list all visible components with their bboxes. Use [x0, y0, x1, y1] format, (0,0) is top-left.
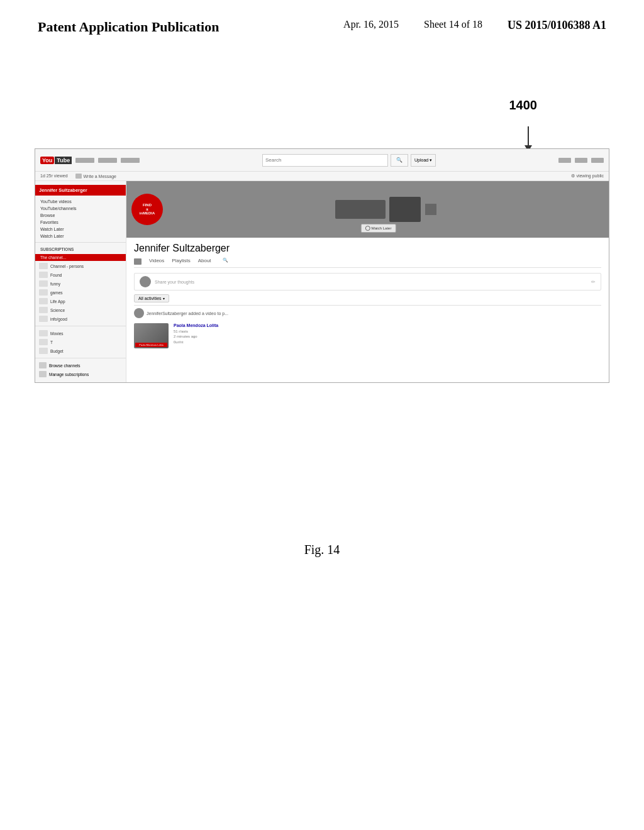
sidebar-sub-highlight-label: The channel... [40, 255, 66, 260]
topbar-right-bar-1 [558, 158, 571, 163]
sidebar-icon-info-good [39, 316, 48, 322]
youtube-main: FINDitinMEDIA Watch Later [126, 181, 609, 382]
sub-topbar-left: 1d 25r viewed Write a Message [40, 174, 116, 179]
activity-video-title[interactable]: Paola Mendoza Lolita [174, 323, 601, 328]
ref-number-1400: 1400 [509, 98, 538, 113]
figure-area: 1400 You Tube 🔍 Upload ▾ [0, 48, 644, 614]
patent-date: Apr. 16, 2015 [343, 19, 399, 32]
sidebar-manage-subs[interactable]: Manage subscriptions [35, 370, 126, 379]
views-count: 1d 25r viewed [40, 174, 68, 179]
upload-chevron: ▾ [430, 158, 432, 163]
banner-logo-text: FINDitinMEDIA [140, 203, 155, 216]
youtube-sidebar: Jennifer Sultzaberger YouTube videos You… [35, 181, 126, 382]
share-avatar [140, 276, 151, 287]
sub-topbar: 1d 25r viewed Write a Message ⚙ viewing … [35, 172, 609, 181]
sidebar-link-watch-later-2[interactable]: Watch Later [35, 233, 126, 240]
search-button[interactable]: 🔍 [391, 154, 408, 167]
sidebar-icon-channel-persons [39, 263, 48, 269]
profile-tabs: Videos Playlists About 🔍 [134, 258, 601, 268]
sidebar-icon-movies [39, 330, 48, 336]
sidebar-manage-icon [39, 371, 47, 377]
sidebar-science-label: Science [50, 308, 65, 313]
topbar-right-bar-3 [591, 158, 604, 163]
sidebar-browse-icon [39, 362, 47, 368]
thumbnail-badge: Paola Mendoza Lolita [135, 343, 167, 347]
sidebar-games-label: games [50, 290, 63, 295]
tab-playlists[interactable]: Playlists [172, 258, 190, 265]
tab-videos[interactable]: Videos [149, 258, 164, 265]
nav-bar-2 [98, 158, 117, 163]
share-input[interactable]: Share your thoughts [155, 280, 587, 284]
sidebar-found-label: Found [50, 273, 62, 277]
sidebar-icon-games [39, 289, 48, 296]
topbar-right-bar-2 [575, 158, 587, 163]
patent-number: US 2015/0106388 A1 [508, 19, 606, 32]
sidebar-funny-label: funny [50, 282, 60, 286]
sidebar-sub-funny[interactable]: funny [35, 279, 126, 288]
watch-later-button[interactable]: Watch Later [360, 224, 396, 233]
like-icon [75, 174, 82, 179]
patent-sheet: Sheet 14 of 18 [424, 19, 482, 32]
watch-later-label: Watch Later [371, 226, 391, 230]
watch-later-icon [365, 226, 370, 231]
patent-header: Patent Application Publication Apr. 16, … [0, 0, 644, 48]
sidebar-life-app-label: Life App [50, 299, 65, 304]
upload-button[interactable]: Upload ▾ [411, 154, 436, 167]
search-input[interactable] [262, 154, 388, 167]
patent-meta: Apr. 16, 2015 Sheet 14 of 18 US 2015/010… [343, 19, 606, 32]
sidebar-budget-label: Budget [50, 349, 64, 353]
sidebar-sub-highlighted[interactable]: The channel... [35, 254, 126, 261]
sidebar-browse-label: Browse channels [49, 363, 80, 368]
sidebar-sub-info-good[interactable]: info/good [35, 314, 126, 323]
sidebar-link-favorites[interactable]: Favorites [35, 219, 126, 226]
sidebar-info-good-label: info/good [50, 317, 67, 321]
youtube-logo-you: You [40, 157, 54, 164]
sidebar-sub-found[interactable]: Found [35, 270, 126, 279]
sidebar-sub-science[interactable]: Science [35, 306, 126, 314]
all-activities-button[interactable]: All activities ▾ [134, 294, 169, 302]
nav-bar-1 [75, 158, 94, 163]
ref-arrow-indicator [525, 126, 532, 152]
activities-chevron-icon: ▾ [163, 296, 165, 301]
activity-thumbnail[interactable]: Paola Mendoza Lolita [134, 323, 169, 348]
activity-video-meta-1: 51 r/asts [174, 329, 601, 334]
sidebar-link-youtube-channels[interactable]: YouTube/channels [35, 205, 126, 212]
edit-icon: ✏ [591, 279, 596, 285]
banner-rect-2 [389, 197, 421, 222]
viewing-public-btn[interactable]: ⚙ viewing public [571, 174, 604, 179]
sidebar-t[interactable]: T [35, 338, 126, 346]
sidebar-icon-science [39, 307, 48, 313]
sidebar-link-browse[interactable]: Browse [35, 212, 126, 219]
sidebar-user-section: Jennifer Sultzaberger [35, 185, 126, 196]
banner-rect-3 [425, 203, 437, 216]
sidebar-divider-2 [35, 326, 126, 326]
sidebar-link-youtube-videos[interactable]: YouTube videos [35, 198, 126, 205]
sidebar-icon-life-app [39, 298, 48, 304]
activities-label: All activities [138, 296, 162, 301]
banner-center-elements [168, 197, 604, 222]
youtube-content: Jennifer Sultzaberger YouTube videos You… [35, 181, 609, 382]
activity-post: JenniferSultzaberger added a video to p.… [134, 305, 601, 353]
nav-bar-3 [121, 158, 140, 163]
tab-home[interactable] [134, 258, 142, 265]
activity-post-text: JenniferSultzaberger added a video to p.… [147, 311, 228, 316]
sidebar-sub-life-app[interactable]: Life App [35, 297, 126, 306]
like-message: Write a Message [75, 174, 116, 179]
sidebar-sub-games[interactable]: games [35, 288, 126, 297]
activity-video-info: Paola Mendoza Lolita 51 r/asts 2 minutes… [174, 323, 601, 348]
tab-search-icon[interactable]: 🔍 [223, 258, 228, 265]
sidebar-link-watch-later[interactable]: Watch Later [35, 226, 126, 233]
activity-post-header: JenniferSultzaberger added a video to p.… [134, 308, 601, 318]
tab-about[interactable]: About [198, 258, 211, 265]
sidebar-movies[interactable]: Movies [35, 329, 126, 338]
sidebar-icon-found [39, 272, 48, 278]
sidebar-t-label: T [50, 340, 53, 345]
activity-post-avatar [134, 308, 144, 318]
sidebar-sub-channel-persons[interactable]: Channel - persons [35, 262, 126, 270]
sidebar-browse-channels[interactable]: Browse channels [35, 361, 126, 370]
sidebar-movies-label: Movies [50, 331, 64, 336]
screenshot-container: You Tube 🔍 Upload ▾ 1d 25 [35, 148, 609, 383]
sidebar-budget[interactable]: Budget [35, 346, 126, 355]
sidebar-manage-label: Manage subscriptions [49, 372, 89, 377]
activities-bar: All activities ▾ [134, 294, 601, 302]
